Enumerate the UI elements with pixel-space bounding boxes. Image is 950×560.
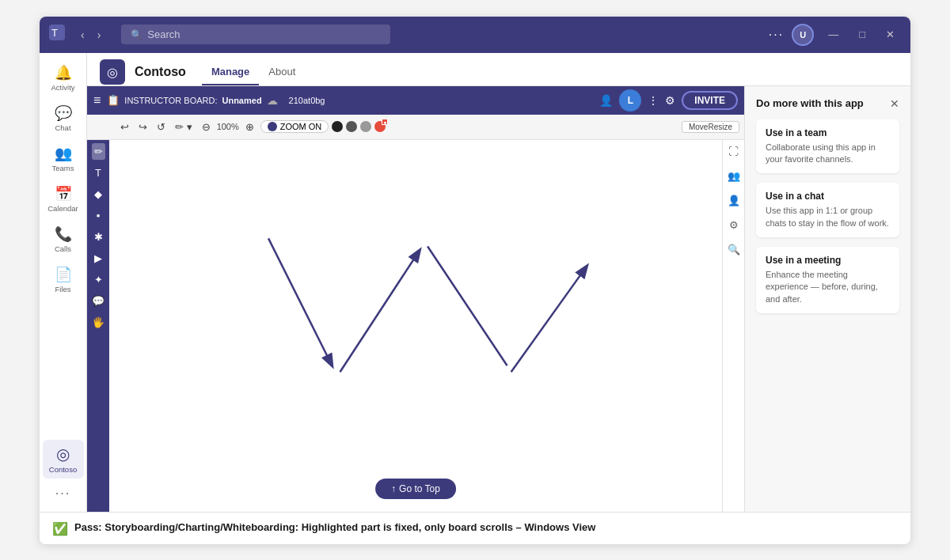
wb-more-icon[interactable]: ⋮ (648, 94, 659, 107)
color-dot-darkgray[interactable] (346, 121, 357, 132)
go-to-top-button[interactable]: ↑ Go to Top (375, 479, 456, 499)
maximize-button[interactable]: □ (853, 27, 872, 42)
zoom-out-button[interactable]: ⊖ (199, 119, 214, 134)
zoom-toggle-label: ZOOM ON (280, 122, 322, 131)
back-button[interactable]: ‹ (76, 27, 89, 43)
do-more-card-team-title: Use in a team (766, 127, 890, 138)
wb-user-avatar[interactable]: L (619, 89, 641, 112)
whiteboard-container: ≡ 📋 INSTRUCTOR BOARD: Unnamed ☁ 210at0bg… (87, 86, 744, 512)
left-tool-shape[interactable]: ▪ (94, 207, 103, 224)
left-tool-text[interactable]: T (93, 165, 104, 181)
go-to-top-arrow: ↑ (391, 483, 396, 494)
sidebar-item-files[interactable]: 📄 Files (43, 261, 84, 298)
zoom-in-button[interactable]: ⊕ (242, 119, 257, 134)
wb-canvas: ✏ T ◆ ▪ ✱ ▶ ✦ 💬 🖐 (87, 140, 744, 512)
left-tool-comment[interactable]: 💬 (89, 293, 107, 309)
svg-text:T: T (51, 27, 58, 39)
do-more-title: Do more with this app (756, 97, 864, 109)
do-more-panel: Do more with this app ✕ Use in a team Co… (744, 86, 910, 512)
wb-left-tools: ✏ T ◆ ▪ ✱ ▶ ✦ 💬 🖐 (87, 140, 109, 512)
content-area: ◎ Contoso Manage About ≡ 📋 INSTRUCTO (87, 53, 910, 512)
app-title: Contoso (135, 65, 186, 79)
sidebar-item-chat[interactable]: 💬 Chat (43, 100, 84, 137)
sidebar-label-contoso: Contoso (49, 465, 77, 474)
sidebar-item-calls[interactable]: 📞 Calls (43, 221, 84, 258)
sidebar-item-activity[interactable]: 🔔 Activity (43, 59, 84, 96)
calls-icon: 📞 (55, 225, 72, 243)
right-tool-user-add[interactable]: 👤 (725, 192, 743, 209)
zoom-percent: 100% (217, 122, 239, 131)
sidebar-label-activity: Activity (51, 83, 74, 92)
tab-manage[interactable]: Manage (202, 59, 259, 85)
redo-button[interactable]: ↪ (135, 119, 150, 134)
teams-logo: T (49, 25, 65, 44)
wb-menu-icon[interactable]: ≡ (93, 93, 101, 108)
title-bar: T ‹ › 🔍 ··· U — □ ✕ (40, 17, 910, 53)
go-to-top-label: Go to Top (399, 483, 440, 494)
board-row: ≡ 📋 INSTRUCTOR BOARD: Unnamed ☁ 210at0bg… (87, 86, 910, 512)
main-layout: 🔔 Activity 💬 Chat 👥 Teams 📅 Calendar 📞 C… (40, 53, 910, 512)
color-dot-black[interactable] (332, 121, 343, 132)
left-tool-pen[interactable]: ✏ (92, 143, 105, 160)
more-options-icon[interactable]: ··· (769, 28, 784, 42)
close-button[interactable]: ✕ (880, 27, 901, 42)
svg-line-3 (268, 238, 332, 365)
wb-invite-button[interactable]: INVITE (682, 91, 738, 110)
activity-icon: 🔔 (55, 64, 72, 81)
do-more-close-button[interactable]: ✕ (890, 97, 899, 110)
app-window: T ‹ › 🔍 ··· U — □ ✕ 🔔 Activity (40, 17, 910, 544)
pass-bar: ✅ Pass: Storyboarding/Charting/Whiteboar… (40, 512, 910, 544)
move-resize-button[interactable]: MoveResize (682, 121, 739, 133)
wb-cloud-icon[interactable]: ☁ (267, 94, 278, 107)
sidebar-item-contoso[interactable]: ◎ Contoso (43, 440, 84, 479)
app-header: ◎ Contoso Manage About (87, 53, 910, 86)
sidebar-more-dots[interactable]: ··· (51, 482, 75, 505)
do-more-card-team-desc: Collaborate using this app in your favor… (766, 142, 890, 166)
wb-toolbar-top: ≡ 📋 INSTRUCTOR BOARD: Unnamed ☁ 210at0bg… (87, 86, 744, 115)
wb-settings-icon[interactable]: ⚙ (665, 94, 675, 107)
color-dot-red[interactable]: ● (374, 121, 386, 132)
do-more-header: Do more with this app ✕ (756, 97, 899, 110)
sidebar-item-calendar[interactable]: 📅 Calendar (43, 180, 84, 218)
svg-line-4 (340, 250, 420, 372)
app-tabs: Manage About (202, 59, 305, 85)
left-tool-stamp[interactable]: ✱ (92, 229, 105, 245)
search-input[interactable] (147, 28, 381, 40)
right-tool-users[interactable]: 👥 (725, 168, 743, 184)
search-icon: 🔍 (131, 29, 142, 40)
sidebar-label-files: Files (55, 285, 70, 293)
right-tool-settings[interactable]: ⚙ (727, 217, 741, 233)
sidebar: 🔔 Activity 💬 Chat 👥 Teams 📅 Calendar 📞 C… (40, 53, 87, 512)
contoso-icon: ◎ (56, 445, 70, 464)
left-tool-arrow[interactable]: ▶ (92, 250, 104, 267)
left-tool-fill[interactable]: ◆ (92, 186, 104, 202)
sidebar-label-chat: Chat (55, 123, 70, 132)
forward-button[interactable]: › (93, 27, 106, 43)
refresh-button[interactable]: ↺ (154, 119, 169, 134)
left-tool-hand[interactable]: 🖐 (89, 314, 107, 331)
zoom-toggle-dot (268, 122, 277, 131)
left-tool-star[interactable]: ✦ (92, 271, 105, 288)
color-dot-gray[interactable] (360, 121, 371, 132)
sidebar-label-calls: Calls (55, 244, 71, 253)
wb-board-icon: 📋 (107, 94, 120, 106)
wb-board-label: INSTRUCTOR BOARD: (124, 96, 217, 105)
zoom-toggle[interactable]: ZOOM ON (260, 120, 329, 133)
sidebar-item-teams[interactable]: 👥 Teams (43, 140, 84, 177)
wb-board-name: Unnamed (222, 96, 261, 105)
draw-menu-button[interactable]: ✏ ▾ (172, 119, 196, 134)
wb-id-text: 210at0bg (289, 96, 325, 105)
do-more-card-chat: Use in a chat Use this app in 1:1 or gro… (756, 183, 899, 237)
calendar-icon: 📅 (55, 185, 72, 202)
teams-icon: 👥 (55, 145, 72, 162)
search-box[interactable]: 🔍 (121, 25, 390, 44)
minimize-button[interactable]: — (822, 27, 845, 42)
do-more-card-chat-title: Use in a chat (766, 191, 890, 202)
right-tool-expand[interactable]: ⛶ (726, 143, 741, 160)
right-tool-zoom[interactable]: 🔍 (725, 241, 743, 258)
wb-draw-toolbar: ↩ ↪ ↺ ✏ ▾ ⊖ 100% ⊕ ZOOM ON (87, 115, 744, 140)
tab-about[interactable]: About (259, 59, 305, 85)
undo-button[interactable]: ↩ (117, 119, 132, 134)
wb-right-panel: ⛶ 👥 👤 ⚙ 🔍 (722, 140, 744, 512)
avatar[interactable]: U (792, 24, 814, 46)
